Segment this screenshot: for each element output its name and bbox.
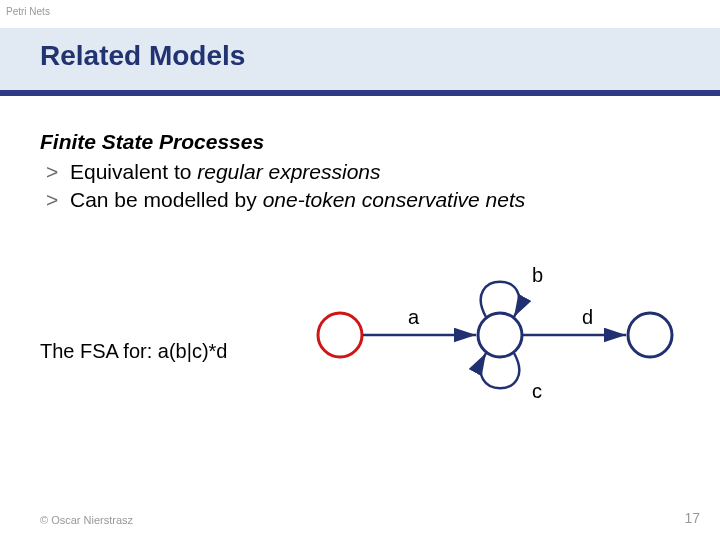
content-block: Finite State Processes >Equivalent to re… <box>40 130 680 215</box>
bullet-1: >Equivalent to regular expressions <box>46 158 680 186</box>
bullet-1-emph: regular expressions <box>197 160 380 183</box>
label-d: d <box>582 306 593 329</box>
bullet-2-emph: one-token conservative nets <box>263 188 526 211</box>
footer-page-number: 17 <box>684 510 700 526</box>
topic-label: Petri Nets <box>6 6 50 17</box>
bullet-2: >Can be modelled by one-token conservati… <box>46 186 680 214</box>
subheading: Finite State Processes <box>40 130 680 154</box>
label-a: a <box>408 306 419 329</box>
fsa-svg <box>300 250 700 420</box>
fsa-diagram: a b c d <box>300 250 700 420</box>
bullet-marker: > <box>46 158 70 186</box>
page-title: Related Models <box>40 40 245 72</box>
label-c: c <box>532 380 542 403</box>
state-middle <box>478 313 522 357</box>
fsa-caption: The FSA for: a(b|c)*d <box>40 340 228 363</box>
bullet-marker: > <box>46 186 70 214</box>
bullet-1-prefix: Equivalent to <box>70 160 197 183</box>
title-underline <box>0 90 720 96</box>
bullet-2-prefix: Can be modelled by <box>70 188 263 211</box>
state-final <box>628 313 672 357</box>
footer-copyright: © Oscar Nierstrasz <box>40 514 133 526</box>
label-b: b <box>532 264 543 287</box>
state-start <box>318 313 362 357</box>
